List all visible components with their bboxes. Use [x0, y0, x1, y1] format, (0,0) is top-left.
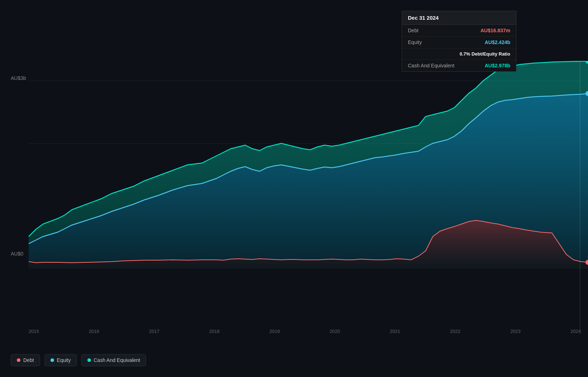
x-label-2020: 2020 — [330, 329, 340, 334]
tooltip-ratio-value: 0.7% Debt/Equity Ratio — [459, 51, 510, 57]
y-axis-bottom: AU$0 — [11, 251, 23, 257]
tooltip-date: Dec 31 2024 — [402, 11, 516, 25]
legend-dot-equity — [50, 358, 54, 362]
x-label-2015: 2015 — [29, 329, 39, 334]
x-label-2021: 2021 — [390, 329, 400, 334]
legend-dot-debt — [17, 358, 20, 362]
x-label-2017: 2017 — [149, 329, 159, 334]
tooltip-debt-label: Debt — [408, 28, 419, 33]
x-label-2024: 2024 — [570, 329, 581, 334]
x-label-2023: 2023 — [510, 329, 521, 334]
tooltip-ratio-row: 0.7% Debt/Equity Ratio — [402, 48, 516, 60]
legend-label-cash: Cash And Equivalent — [94, 357, 140, 363]
x-label-2018: 2018 — [209, 329, 220, 334]
tooltip: Dec 31 2024 Debt AU$16.837m Equity AU$2.… — [402, 11, 516, 72]
legend-item-equity[interactable]: Equity — [44, 354, 77, 366]
cursor-line — [580, 61, 580, 334]
tooltip-equity-label: Equity — [408, 39, 422, 45]
tooltip-cash-label: Cash And Equivalent — [408, 63, 454, 68]
tooltip-equity-row: Equity AU$2.424b — [402, 37, 516, 48]
x-label-2022: 2022 — [450, 329, 461, 334]
legend-item-debt[interactable]: Debt — [11, 354, 40, 366]
chart-svg — [29, 61, 588, 269]
legend-item-cash[interactable]: Cash And Equivalent — [81, 354, 146, 366]
legend-dot-cash — [87, 358, 91, 362]
tooltip-equity-value: AU$2.424b — [485, 39, 510, 45]
x-label-2016: 2016 — [89, 329, 99, 334]
tooltip-debt-row: Debt AU$16.837m — [402, 25, 516, 37]
y-axis-top: AU$3b — [11, 75, 26, 81]
chart-container: Dec 31 2024 Debt AU$16.837m Equity AU$2.… — [0, 0, 588, 377]
legend-label-debt: Debt — [23, 357, 34, 363]
tooltip-debt-value: AU$16.837m — [481, 28, 510, 33]
tooltip-cash-value: AU$2.978b — [485, 63, 510, 68]
legend-label-equity: Equity — [57, 357, 71, 363]
x-label-2019: 2019 — [269, 329, 280, 334]
tooltip-cash-row: Cash And Equivalent AU$2.978b — [402, 60, 516, 71]
legend: Debt Equity Cash And Equivalent — [11, 354, 146, 366]
x-axis: 2015 2016 2017 2018 2019 2020 2021 2022 … — [29, 329, 581, 334]
